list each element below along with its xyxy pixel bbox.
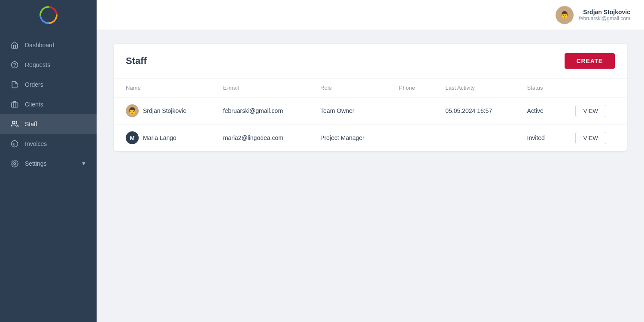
document-icon (10, 80, 19, 89)
table-header: Name E-mail Role Phone Last Activity Sta… (114, 79, 627, 97)
col-name: Name (114, 79, 211, 97)
briefcase-icon (10, 100, 19, 109)
sidebar-item-label: Clients (25, 101, 43, 108)
cell-actions: VIEW (563, 97, 627, 125)
cell-role: Team Owner (308, 97, 387, 125)
svg-point-7 (14, 163, 16, 165)
cell-status: Invited (515, 125, 563, 152)
sidebar-item-clients[interactable]: Clients (0, 94, 97, 114)
user-name: Srdjan Stojkovic (583, 9, 630, 15)
staff-header: Staff CREATE (114, 44, 627, 79)
cell-phone (387, 125, 433, 152)
sidebar-item-requests[interactable]: Requests (0, 55, 97, 75)
main-content: 👨 Srdjan Stojkovic februarski@gmail.com … (97, 0, 644, 322)
cell-last-activity (433, 125, 515, 152)
avatar: 👨 (126, 104, 139, 117)
sidebar-item-label: Invoices (25, 140, 47, 147)
cell-status: Active (515, 97, 563, 125)
user-email: februarski@gmail.com (579, 15, 630, 21)
sidebar-item-label: Dashboard (25, 42, 55, 49)
sidebar-item-settings[interactable]: Settings ▼ (0, 154, 97, 173)
euro-icon: € (10, 140, 19, 148)
logo (0, 0, 97, 30)
avatar: M (126, 131, 139, 144)
col-status: Status (515, 79, 563, 97)
cell-last-activity: 05.05.2024 16:57 (433, 97, 515, 125)
table-body: 👨 Srdjan Stojkovic februarski@gmail.com … (114, 97, 627, 152)
sidebar-item-label: Orders (25, 81, 43, 88)
cell-email: maria2@lingodea.com (211, 125, 308, 152)
sidebar-item-staff[interactable]: Staff (0, 114, 97, 134)
cell-phone (387, 97, 433, 125)
table-row: 👨 Srdjan Stojkovic februarski@gmail.com … (114, 97, 627, 125)
sidebar-navigation: Dashboard Requests Orders (0, 30, 97, 179)
sidebar-item-orders[interactable]: Orders (0, 75, 97, 94)
cell-name: M Maria Lango (114, 125, 211, 152)
people-icon (10, 120, 19, 128)
home-icon (10, 41, 19, 49)
page-title: Staff (126, 55, 147, 67)
cell-role: Project Manager (308, 125, 387, 152)
sidebar: Dashboard Requests Orders (0, 0, 97, 322)
create-button[interactable]: CREATE (565, 53, 615, 69)
user-details: Srdjan Stojkovic februarski@gmail.com (579, 9, 630, 21)
svg-text:€: € (13, 143, 15, 146)
cell-name: 👨 Srdjan Stojkovic (114, 97, 211, 125)
cell-email: februarski@gmail.com (211, 97, 308, 125)
col-email: E-mail (211, 79, 308, 97)
view-button[interactable]: VIEW (575, 105, 606, 117)
page-content: Staff CREATE Name E-mail Role Phone Last… (97, 30, 644, 322)
col-last-activity: Last Activity (433, 79, 515, 97)
staff-table: Name E-mail Role Phone Last Activity Sta… (114, 79, 627, 151)
avatar: 👨 (556, 6, 574, 24)
col-phone: Phone (387, 79, 433, 97)
table-row: M Maria Lango maria2@lingodea.com Projec… (114, 125, 627, 152)
staff-card: Staff CREATE Name E-mail Role Phone Last… (114, 44, 627, 151)
svg-point-4 (12, 121, 15, 124)
sidebar-item-invoices[interactable]: € Invoices (0, 134, 97, 154)
sidebar-item-label: Requests (25, 61, 50, 68)
question-icon (10, 61, 19, 69)
col-actions (563, 79, 627, 97)
col-role: Role (308, 79, 387, 97)
user-profile[interactable]: 👨 Srdjan Stojkovic februarski@gmail.com (556, 6, 630, 24)
view-button[interactable]: VIEW (575, 132, 606, 144)
chevron-down-icon: ▼ (81, 161, 86, 167)
svg-rect-3 (12, 103, 18, 107)
sidebar-item-label: Settings (25, 160, 47, 167)
cell-actions: VIEW (563, 125, 627, 152)
gear-icon (10, 159, 19, 168)
sidebar-item-dashboard[interactable]: Dashboard (0, 35, 97, 55)
app-logo-icon (39, 6, 58, 24)
sidebar-item-label: Staff (25, 121, 37, 128)
header: 👨 Srdjan Stojkovic februarski@gmail.com (97, 0, 644, 30)
